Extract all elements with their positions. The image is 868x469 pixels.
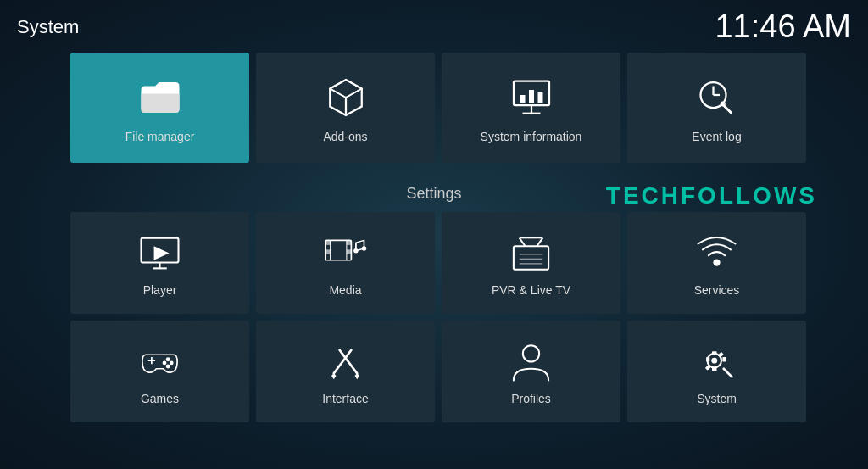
svg-rect-31 (514, 246, 548, 270)
tile-system[interactable]: System (627, 321, 806, 422)
profiles-icon (508, 338, 554, 385)
svg-point-44 (166, 364, 170, 368)
svg-rect-23 (347, 240, 352, 245)
svg-rect-9 (529, 90, 534, 103)
tile-system-label: System (697, 392, 737, 405)
tile-interface-label: Interface (322, 392, 368, 405)
settings-label: Settings (0, 185, 868, 203)
svg-point-51 (711, 357, 717, 363)
tile-pvr-live-tv-label: PVR & Live TV (492, 283, 570, 297)
tile-event-log-label: Event log (692, 130, 741, 143)
svg-line-58 (724, 368, 732, 377)
system-icon (693, 338, 740, 385)
svg-point-38 (713, 259, 720, 265)
tile-player[interactable]: Player (70, 212, 249, 314)
top-row: File manager Add-ons System information (70, 53, 806, 163)
tile-interface[interactable]: Interface (256, 321, 435, 422)
svg-rect-24 (347, 249, 352, 254)
media-icon (322, 230, 369, 276)
header: System 11:46 AM (0, 0, 868, 53)
tile-system-information[interactable]: System information (442, 53, 620, 163)
tile-games[interactable]: Games (70, 321, 249, 422)
svg-point-43 (163, 360, 167, 365)
tile-profiles[interactable]: Profiles (442, 321, 620, 422)
svg-rect-56 (718, 351, 724, 357)
tile-games-label: Games (141, 392, 179, 405)
tile-file-manager[interactable]: File manager (70, 53, 249, 163)
tile-add-ons-label: Add-ons (323, 130, 367, 143)
settings-grid: Player Media (70, 212, 806, 422)
svg-rect-52 (712, 351, 717, 355)
interface-icon (322, 338, 369, 385)
tile-event-log[interactable]: Event log (627, 53, 806, 163)
svg-point-41 (166, 357, 170, 361)
tile-services[interactable]: Services (627, 212, 806, 314)
folder-icon (135, 72, 186, 123)
svg-line-3 (330, 89, 346, 98)
tile-media[interactable]: Media (256, 212, 435, 314)
svg-marker-48 (355, 373, 360, 379)
tile-add-ons[interactable]: Add-ons (256, 53, 435, 163)
svg-marker-1 (330, 80, 362, 98)
svg-rect-53 (712, 367, 717, 371)
svg-rect-21 (326, 240, 331, 245)
tile-file-manager-label: File manager (125, 130, 195, 143)
svg-point-49 (523, 345, 539, 361)
svg-rect-54 (706, 357, 709, 362)
svg-marker-19 (154, 246, 170, 260)
clock: 11:46 AM (715, 8, 851, 45)
svg-line-33 (537, 237, 542, 246)
tile-system-information-label: System information (481, 130, 582, 143)
svg-rect-22 (326, 249, 331, 254)
svg-line-4 (346, 89, 362, 98)
addons-icon (320, 72, 371, 123)
tile-player-label: Player (143, 283, 177, 297)
page-title: System (17, 16, 79, 38)
svg-point-42 (170, 360, 174, 365)
pvr-icon (508, 230, 554, 276)
player-icon (136, 230, 183, 276)
system-info-icon (506, 72, 557, 123)
svg-rect-8 (520, 95, 525, 103)
svg-line-32 (520, 237, 526, 246)
tile-pvr-live-tv[interactable]: PVR & Live TV (442, 212, 620, 314)
tile-profiles-label: Profiles (511, 392, 551, 405)
svg-rect-10 (537, 92, 542, 103)
svg-marker-46 (331, 373, 337, 379)
tile-media-label: Media (329, 283, 361, 297)
tile-services-label: Services (694, 283, 740, 297)
services-icon (693, 230, 740, 276)
event-log-icon (692, 72, 743, 123)
games-icon (136, 338, 183, 385)
svg-rect-55 (722, 357, 726, 362)
